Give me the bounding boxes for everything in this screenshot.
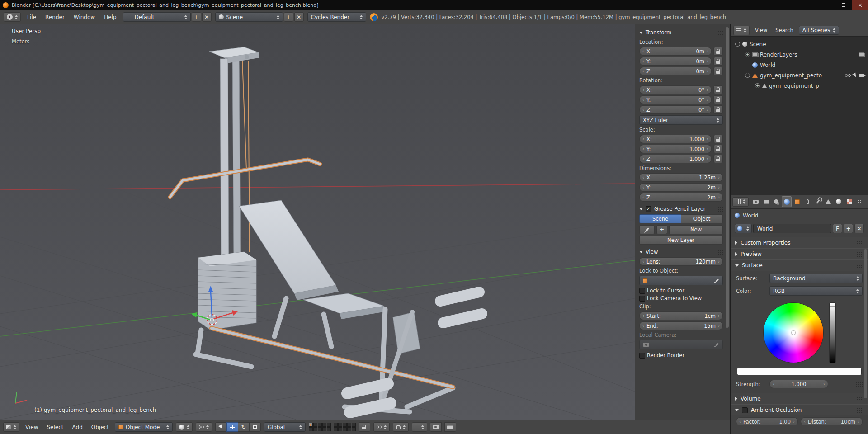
minimize-button[interactable] xyxy=(819,0,835,10)
render-engine-selector[interactable]: Cycles Render xyxy=(307,12,366,22)
maximize-button[interactable] xyxy=(835,0,852,10)
outliner-row-scene[interactable]: − Scene xyxy=(732,39,866,49)
strength-slider[interactable]: 1.000 xyxy=(769,380,828,388)
lock-rotation-z-button[interactable] xyxy=(713,105,723,114)
menu-window[interactable]: Window xyxy=(71,14,98,20)
lock-camera-checkbox[interactable] xyxy=(639,296,645,302)
npanel-scrollbar[interactable] xyxy=(726,27,729,328)
dimension-y-field[interactable]: Y: 2m xyxy=(639,183,723,192)
dimension-x-field[interactable]: X: 1.25m xyxy=(639,173,723,182)
layers-group-1[interactable] xyxy=(309,423,331,431)
world-name-field[interactable]: World xyxy=(753,224,831,233)
panel-ambient-occlusion[interactable]: Ambient Occlusion xyxy=(731,404,868,415)
panel-preview[interactable]: Preview xyxy=(731,248,868,259)
scale-y-field[interactable]: Y: 1.000 xyxy=(639,145,712,153)
layer-button[interactable] xyxy=(309,423,313,427)
collapse-icon[interactable]: − xyxy=(745,73,750,78)
titlebar[interactable]: Blender [C:\Users\franc\Desktop\gym_equi… xyxy=(0,0,868,10)
panel-header-grease-pencil[interactable]: ✓ Grease Pencil Layer xyxy=(639,204,723,213)
layer-button[interactable] xyxy=(334,423,338,427)
scale-x-field[interactable]: X: 1.000 xyxy=(639,135,712,143)
delete-layout-button[interactable]: ✕ xyxy=(202,12,212,22)
manipulator-toggle-button[interactable] xyxy=(215,422,227,432)
selectable-cursor-icon[interactable] xyxy=(852,73,857,78)
viewport-3d[interactable]: User Persp Meters (1) gym_equipment_pect… xyxy=(0,24,635,420)
menu-add[interactable]: Add xyxy=(70,424,85,430)
panel-header-view[interactable]: View xyxy=(639,247,723,256)
layer-button[interactable] xyxy=(327,427,331,431)
layer-button[interactable] xyxy=(334,427,338,431)
lock-scale-y-button[interactable] xyxy=(713,145,723,153)
translate-manipulator-button[interactable] xyxy=(226,422,238,432)
panel-grip-icon[interactable] xyxy=(716,207,723,212)
layers-group-2[interactable] xyxy=(334,423,356,431)
close-button[interactable] xyxy=(852,0,868,10)
delete-scene-button[interactable]: ✕ xyxy=(294,12,304,22)
outliner-row-world[interactable]: World xyxy=(732,60,866,70)
lens-field[interactable]: Lens: 120mm xyxy=(639,257,723,266)
proportional-edit-selector[interactable] xyxy=(373,422,390,432)
grease-pencil-checkbox[interactable]: ✓ xyxy=(646,206,651,212)
color-wheel-cursor[interactable] xyxy=(792,331,795,335)
fake-user-button[interactable]: F xyxy=(833,224,842,233)
value-slider[interactable] xyxy=(829,302,836,363)
lock-to-scene-button[interactable] xyxy=(359,422,370,432)
tab-modifiers[interactable] xyxy=(813,196,823,207)
visibility-eye-icon[interactable] xyxy=(845,74,851,77)
gp-source-object-button[interactable]: Object xyxy=(681,214,723,223)
tab-scene[interactable] xyxy=(771,196,781,207)
ao-distance-field[interactable]: Distan: 10cm xyxy=(801,417,863,425)
layer-button[interactable] xyxy=(309,427,313,431)
menu-render[interactable]: Render xyxy=(42,14,67,20)
color-wheel[interactable] xyxy=(763,302,824,363)
rotation-y-field[interactable]: Y: 0° xyxy=(639,95,712,104)
rotation-x-field[interactable]: X: 0° xyxy=(639,85,712,94)
eyedropper-icon[interactable] xyxy=(714,278,719,283)
panel-custom-properties[interactable]: Custom Properties xyxy=(731,237,868,248)
tab-render[interactable] xyxy=(750,196,760,207)
snap-element-selector[interactable] xyxy=(412,422,427,432)
scale-manipulator-button[interactable] xyxy=(249,422,261,432)
layer-button[interactable] xyxy=(338,423,342,427)
screen-layout-selector[interactable]: Default xyxy=(123,12,191,22)
editor-type-selector-outliner[interactable] xyxy=(733,26,750,35)
location-x-field[interactable]: X: 0m xyxy=(639,47,712,56)
clip-end-field[interactable]: End: 15m xyxy=(639,321,723,330)
lock-rotation-x-button[interactable] xyxy=(713,85,723,94)
layer-button[interactable] xyxy=(352,423,356,427)
panel-volume[interactable]: Volume xyxy=(731,393,868,404)
lock-rotation-y-button[interactable] xyxy=(713,95,723,104)
lock-to-object-field[interactable] xyxy=(639,276,723,285)
expand-icon[interactable]: + xyxy=(745,52,750,57)
scene-selector[interactable]: Scene xyxy=(215,12,283,22)
renderable-icon[interactable] xyxy=(859,52,864,57)
outliner-display-mode[interactable]: All Scenes xyxy=(799,26,840,35)
properties-scrollbar[interactable] xyxy=(864,249,867,398)
layer-button[interactable] xyxy=(338,427,342,431)
panel-grip-icon[interactable] xyxy=(857,252,863,257)
tab-physics[interactable] xyxy=(865,196,868,207)
lock-location-z-button[interactable] xyxy=(713,67,723,75)
render-border-row[interactable]: Render Border xyxy=(639,352,723,359)
outliner-row-renderlayers[interactable]: + RenderLayers xyxy=(732,49,866,60)
color-swatch[interactable] xyxy=(737,368,862,375)
gp-source-scene-button[interactable]: Scene xyxy=(639,214,681,223)
editor-type-selector-properties[interactable] xyxy=(732,197,749,207)
dimension-z-field[interactable]: Z: 2m xyxy=(639,193,723,202)
add-layout-button[interactable]: + xyxy=(192,12,201,22)
opengl-render-image-button[interactable] xyxy=(430,422,442,432)
gp-add-button[interactable]: + xyxy=(656,225,667,234)
add-world-button[interactable]: + xyxy=(844,224,853,233)
eyedropper-icon[interactable] xyxy=(714,342,719,347)
panel-header-transform[interactable]: Transform xyxy=(639,28,723,37)
editor-type-selector-info[interactable]: i xyxy=(4,12,21,22)
lock-location-y-button[interactable] xyxy=(713,57,723,66)
tab-render-layers[interactable] xyxy=(761,196,771,207)
menu-help[interactable]: Help xyxy=(101,14,119,20)
outliner-row-meshdata[interactable]: + gym_equipment_p xyxy=(732,80,866,91)
tab-material[interactable] xyxy=(834,196,844,207)
panel-grip-icon[interactable] xyxy=(856,382,863,387)
gp-new-layer-button[interactable]: New Layer xyxy=(639,236,723,245)
gp-brush-dropdown[interactable] xyxy=(639,225,655,234)
panel-grip-icon[interactable] xyxy=(857,396,863,401)
